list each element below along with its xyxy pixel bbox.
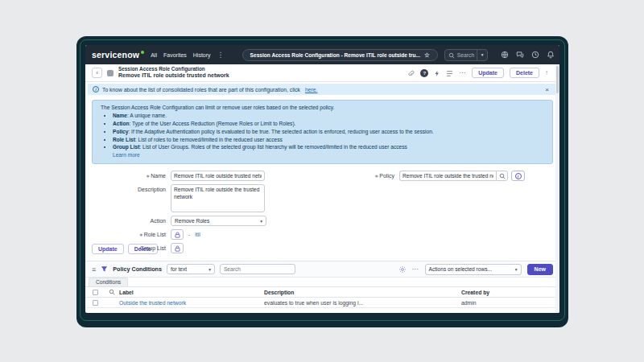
help-intro: The Session Access Role Configuration ca… [101,104,544,112]
learn-more-link[interactable]: Learn more [113,152,140,158]
record-table-title: Session Access Role Configuration [118,66,229,72]
name-label: ∗Name [85,171,166,179]
favorite-star-icon[interactable]: ☆ [424,51,430,59]
column-header-created-by[interactable]: Created by [461,290,559,295]
row-label-link[interactable]: Outside the trusted network [119,300,264,306]
related-list-header-right: ⋯ Actions on selected rows... ▾ New [398,264,553,275]
list-menu-icon[interactable]: ≡ [92,265,96,274]
row-created-by: admin [461,300,559,306]
column-header-label[interactable]: Label [119,290,264,295]
context-pill[interactable]: Session Access Role Configuration - Remo… [242,49,438,61]
policy-label: ∗Policy [359,171,394,179]
record-titles: Session Access Role Configuration Remove… [118,66,229,79]
help-bullet: Group List: List of User Groups. Roles o… [113,143,544,151]
record-header: ‹ Session Access Role Configuration Remo… [85,64,559,82]
role-list-label: ∗Role List [85,229,166,237]
banner-close-icon[interactable]: × [545,86,552,93]
policy-input[interactable] [399,171,496,181]
help-bullet: Role List: List of roles to be removed/l… [113,136,544,144]
related-list-title: Policy Conditions [113,265,162,273]
clock-icon[interactable] [531,51,539,59]
scrollbar-track[interactable] [555,64,559,313]
activity-stream-icon[interactable] [446,66,453,80]
related-list-header: ≡ Policy Conditions for text ▾ ⋯ Actions… [85,261,559,278]
chat-icon[interactable] [516,51,524,59]
role-list-dash: - [188,229,190,237]
search-scope-caret-icon[interactable]: ▾ [477,50,487,60]
nav-all[interactable]: All [151,52,157,58]
policy-preview-button[interactable]: i [511,171,525,181]
name-input[interactable] [171,171,265,181]
info-icon: i [515,173,522,179]
paperclip-icon[interactable] [407,66,415,80]
new-button[interactable]: New [527,264,553,275]
lightning-icon[interactable] [434,66,440,80]
help-bullet: Action: Type of the User Access Reductio… [113,120,544,128]
required-marker: ∗ [139,232,143,237]
record-name-title: Remove ITIL role outside trusted network [118,72,229,79]
global-search[interactable]: Search ▾ [444,49,489,61]
scrollbar-thumb[interactable] [556,66,559,93]
form-context-menu-icon[interactable] [107,70,114,76]
required-marker: ∗ [374,174,378,179]
role-list-itil-link[interactable]: itil [195,229,200,237]
role-list-lock-icon[interactable] [171,229,184,240]
banner-message: To know about the list of consolidated r… [102,87,300,93]
delete-button[interactable]: Delete [510,68,539,78]
related-list-tabs: Conditions [85,278,559,287]
browser-window: servicenow All Favorites History ⋮ Sessi… [76,36,568,327]
chevron-down-icon: ▾ [515,267,518,272]
chevron-down-icon: ▾ [208,267,211,272]
help-bullet-list: Name: A unique name. Action: Type of the… [113,112,544,159]
logo-text: servicenow [92,50,139,60]
nav-more-icon[interactable]: ⋮ [217,51,225,59]
action-label: Action [85,216,166,224]
bell-icon[interactable] [547,51,555,59]
group-list-lock-icon[interactable] [171,243,184,253]
policy-lookup-icon[interactable] [496,171,508,181]
update-button[interactable]: Update [472,68,504,78]
gear-icon[interactable] [398,265,407,274]
field-help-box: The Session Access Role Configuration ca… [92,100,553,164]
scroll-up-icon[interactable]: ↑ [545,69,548,76]
description-textarea[interactable]: Remove ITIL role outside the trusted net… [171,184,265,212]
action-select[interactable]: Remove Roles ▾ [171,216,266,226]
table-row: Outside the trusted network evaluates to… [85,298,559,308]
chrome-icon-cluster [501,50,559,60]
action-selected-value: Remove Roles [175,218,209,224]
search-placeholder: Search [457,52,475,58]
nav-history[interactable]: History [193,52,211,58]
top-nav: servicenow All Favorites History ⋮ Sessi… [85,45,559,64]
row-actions-selected-value: Actions on selected rows... [429,266,492,272]
column-search-icon[interactable] [105,289,119,295]
app-viewport: servicenow All Favorites History ⋮ Sessi… [85,45,559,313]
search-icon [448,47,455,62]
learn-more-item: Learn more [113,151,544,159]
filter-funnel-icon[interactable] [101,265,108,273]
row-description: evaluates to true when user is logging i… [264,300,461,306]
description-label: Description [85,184,166,192]
list-more-options-icon[interactable]: ⋯ [412,265,419,273]
row-checkbox[interactable] [93,300,98,306]
chevron-down-icon: ▾ [260,219,262,224]
banner-here-link[interactable]: here. [305,87,318,93]
globe-icon[interactable] [501,51,509,59]
record-form: ∗Name Description Remove ITIL role outsi… [85,171,559,240]
select-all-checkbox[interactable] [93,290,98,295]
tab-conditions[interactable]: Conditions [89,278,128,286]
group-list-label: Group List [85,243,166,251]
nav-favorites[interactable]: Favorites [163,52,187,58]
required-marker: ∗ [146,174,150,179]
help-circle-icon[interactable]: ? [420,69,428,77]
scope-selected-value: for text [171,266,187,272]
row-actions-select[interactable]: Actions on selected rows... ▾ [425,264,522,275]
list-search-scope-select[interactable]: for text ▾ [167,264,215,274]
info-icon: i [93,86,99,93]
servicenow-logo[interactable]: servicenow [92,50,144,60]
back-button[interactable]: ‹ [92,68,102,78]
logo-green-dot-icon [141,51,144,54]
list-search-input[interactable] [220,264,295,274]
more-options-icon[interactable]: ⋯ [459,69,466,76]
column-header-description[interactable]: Description [264,290,461,295]
context-pill-label: Session Access Role Configuration - Remo… [250,52,420,58]
